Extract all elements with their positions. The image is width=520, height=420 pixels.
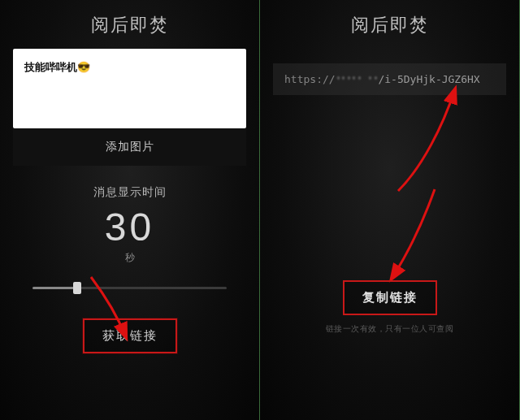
panel-result: 阅后即焚 https://ꞏꞏꞏꞏꞏ ꞏꞏ/i-5DyHjk-JGZ6HX 复制…	[260, 0, 520, 420]
add-image-label: 添加图片	[106, 140, 154, 153]
url-tail: /i-5DyHjk-JGZ6HX	[378, 73, 479, 85]
copy-link-label: 复制链接	[362, 290, 418, 304]
slider-track	[32, 287, 227, 289]
timer-slider[interactable]	[32, 279, 227, 296]
annotation-arrow-down	[374, 183, 455, 288]
page-title-left: 阅后即焚	[0, 0, 259, 49]
footnote-text: 链接一次有效，只有一位人可查阅	[260, 323, 519, 335]
url-prefix: https://	[284, 73, 336, 85]
timer-label: 消息显示时间	[0, 185, 259, 200]
generated-url[interactable]: https://ꞏꞏꞏꞏꞏ ꞏꞏ/i-5DyHjk-JGZ6HX	[273, 63, 506, 95]
timer-unit: 秒	[0, 251, 259, 265]
timer-section: 消息显示时间 30 秒	[0, 185, 259, 265]
panel-compose: 阅后即焚 技能哔哔机😎 添加图片 消息显示时间 30 秒 获取链接	[0, 0, 260, 420]
annotation-arrow-up	[382, 77, 479, 199]
message-input[interactable]: 技能哔哔机😎	[13, 49, 246, 128]
get-link-label: 获取链接	[102, 328, 158, 342]
slider-thumb[interactable]	[73, 282, 81, 294]
add-image-button[interactable]: 添加图片	[13, 128, 246, 166]
url-obscured: ꞏꞏꞏꞏꞏ ꞏꞏ	[336, 73, 379, 85]
get-link-button[interactable]: 获取链接	[83, 318, 177, 353]
message-text: 技能哔哔机😎	[24, 61, 90, 73]
copy-link-button[interactable]: 复制链接	[343, 280, 437, 315]
timer-value: 30	[0, 205, 259, 249]
page-title-right: 阅后即焚	[260, 0, 519, 49]
